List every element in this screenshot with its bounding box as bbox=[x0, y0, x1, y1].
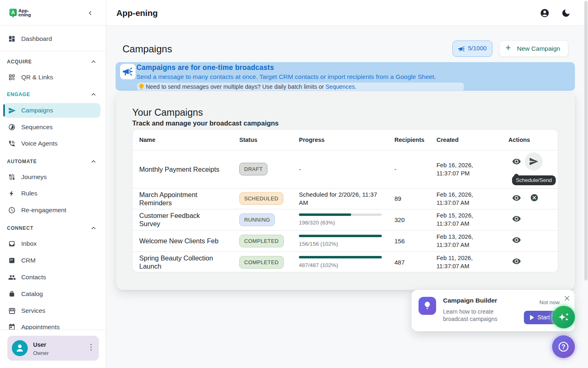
svg-text:A: A bbox=[11, 10, 15, 16]
svg-text:?: ? bbox=[561, 343, 566, 350]
